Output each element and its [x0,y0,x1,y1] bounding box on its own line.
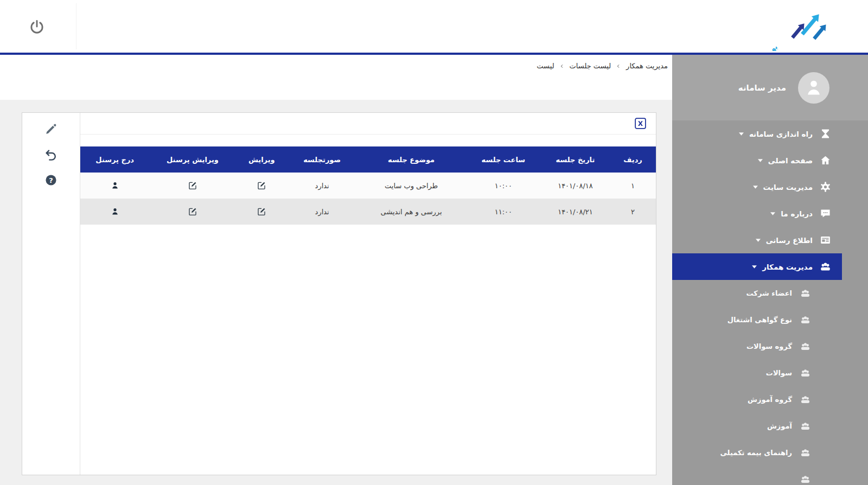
users-icon [800,368,810,378]
help-button[interactable] [40,169,62,191]
sidebar-item-colleague-management[interactable]: مدیریت همکار [672,253,842,280]
users-icon [800,421,810,431]
sidebar-subitem-question-groups[interactable]: گروه سوالات [672,333,842,360]
sidebar-item-label: مدیریت سایت [763,183,813,192]
table-zone: ردیف تاریخ جلسه ساعت جلسه موضوع جلسه صور… [80,113,656,475]
users-icon [800,394,810,405]
insert-personnel-button[interactable] [110,180,120,191]
cell-meeting-date: ۱۴۰۱/۰۸/۱۸ [541,173,610,199]
users-icon [800,341,810,352]
users-icon [820,261,831,272]
sidebar: مدیر سامانه راه اندازی سامانه صفحه اصلی … [672,55,868,485]
users-icon [800,448,810,458]
breadcrumb-item-meetings-list[interactable]: لیست جلسات [570,62,611,70]
edit-square-icon [188,207,197,216]
excel-export-button[interactable] [634,117,647,130]
sidebar-subitem-label: سوالات [766,369,792,377]
sidebar-item-system-setup[interactable]: راه اندازی سامانه [672,120,842,147]
users-icon [800,315,810,325]
column-header-edit-personnel: ویرایش پرسنل [149,146,235,173]
avatar [798,72,829,104]
cell-meeting-subject: بررسی و هم اندیشی [356,199,466,225]
breadcrumb-item-list: لیست [537,62,554,70]
edit-button[interactable] [256,206,267,218]
pencil-button[interactable] [40,118,62,140]
power-icon [29,19,45,35]
column-header-meeting-subject: موضوع جلسه [356,146,466,173]
insert-personnel-button[interactable] [110,206,120,217]
sidebar-item-site-management[interactable]: مدیریت سایت [672,174,842,200]
home-icon [820,155,831,166]
sidebar-subitem-label: گروه آموزش [748,395,792,404]
person-icon [804,78,824,98]
undo-icon [44,148,58,161]
header-divider [76,3,76,49]
users-icon [800,474,810,484]
table-row: ۱ ۱۴۰۱/۰۸/۱۸ ۱۰:۰۰ طراحی وب سایت ندارد [80,173,656,199]
column-header-row-number: ردیف [610,146,656,173]
edit-personnel-button[interactable] [187,206,199,218]
gear-icon [820,181,831,193]
user-name: مدیر سامانه [738,83,786,93]
sidebar-subitem-label: راهنمای بیمه تکمیلی [720,449,792,457]
breadcrumb-bar: مدیریت همکار لیست جلسات لیست [0,55,672,100]
breadcrumb-item-colleague-management[interactable]: مدیریت همکار [626,62,668,70]
sidebar-subitem-label: اعضاء شرکت [746,289,792,297]
sidebar-item-label: صفحه اصلی [768,156,813,165]
edit-button[interactable] [256,180,267,192]
cell-meeting-date: ۱۴۰۱/۰۸/۲۱ [541,199,610,225]
cell-meeting-subject: طراحی وب سایت [356,173,466,199]
chevron-down-icon [770,212,775,215]
sidebar-menu: راه اندازی سامانه صفحه اصلی مدیریت سایت … [672,120,868,485]
comment-icon [820,208,831,219]
sidebar-subitem-partial[interactable] [672,466,842,485]
edit-square-icon [257,181,266,190]
table-row: ۲ ۱۴۰۱/۰۸/۲۱ ۱۱:۰۰ بررسی و هم اندیشی ندا… [80,199,656,225]
sidebar-subitem-supplementary-insurance-guide[interactable]: راهنمای بیمه تکمیلی [672,439,842,466]
sidebar-item-label: مدیریت همکار [762,263,813,271]
sidebar-subitem-training[interactable]: آموزش [672,413,842,439]
help-icon [44,174,58,187]
users-icon [800,288,810,298]
sidebar-subitem-employment-certificate-type[interactable]: نوع گواهی اشتغال [672,307,842,333]
newspaper-icon [820,234,831,246]
edit-personnel-button[interactable] [187,180,199,192]
content-card: ردیف تاریخ جلسه ساعت جلسه موضوع جلسه صور… [22,112,656,475]
table-header-row: ردیف تاریخ جلسه ساعت جلسه موضوع جلسه صور… [80,146,656,173]
column-header-minutes: صورتجلسه [288,146,356,173]
cell-row-number: ۲ [610,199,656,225]
cell-meeting-time: ۱۰:۰۰ [466,173,541,199]
sidebar-subitem-label: نوع گواهی اشتغال [727,316,792,324]
app-logo: بهبود پرتال [770,1,842,51]
chevron-down-icon [739,132,744,136]
sidebar-subitem-company-members[interactable]: اعضاء شرکت [672,280,842,307]
sidebar-subitem-questions[interactable]: سوالات [672,360,842,386]
chevron-left-icon [559,63,565,69]
sidebar-subitem-training-group[interactable]: گروه آموزش [672,386,842,413]
side-toolbar [22,113,80,475]
column-header-meeting-date: تاریخ جلسه [541,146,610,173]
sidebar-subitem-label: آموزش [767,422,792,430]
excel-icon [634,117,647,130]
breadcrumb: مدیریت همکار لیست جلسات لیست [537,62,668,70]
cell-minutes: ندارد [288,173,356,199]
sidebar-item-announcements[interactable]: اطلاع رسانی [672,227,842,253]
meetings-table: ردیف تاریخ جلسه ساعت جلسه موضوع جلسه صور… [80,146,656,225]
edit-square-icon [188,181,197,190]
undo-button[interactable] [40,144,62,165]
user-panel: مدیر سامانه [672,55,868,120]
cell-meeting-time: ۱۱:۰۰ [466,199,541,225]
chevron-left-icon [616,63,621,69]
sidebar-subitem-label: گروه سوالات [746,342,792,350]
sidebar-item-about-us[interactable]: درباره ما [672,200,842,227]
power-button[interactable] [26,16,48,38]
logo-text: بهبود پرتال [770,43,779,51]
sidebar-item-label: راه اندازی سامانه [749,130,813,138]
cell-minutes: ندارد [288,199,356,225]
export-row [80,113,656,135]
sidebar-item-home-page[interactable]: صفحه اصلی [672,147,842,174]
chevron-down-icon [752,265,757,269]
chevron-down-icon [758,159,763,162]
column-header-insert-personnel: درج پرسنل [80,146,149,173]
sidebar-item-label: درباره ما [781,209,813,218]
